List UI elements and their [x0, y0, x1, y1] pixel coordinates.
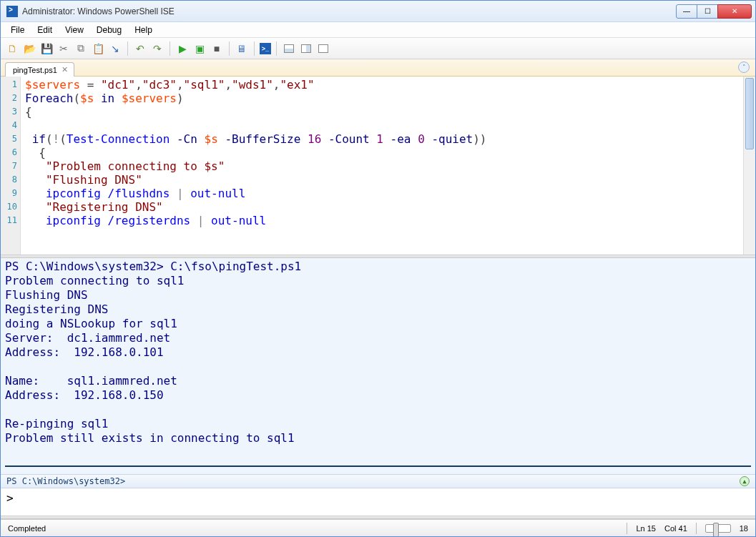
- menu-edit[interactable]: Edit: [31, 24, 58, 36]
- toolbar: 🗋 📂 💾 ✂ ⧉ 📋 ↘ ↶ ↷ ▶ ▣ ■ 🖥 >_: [1, 38, 755, 59]
- zoom-value: 18: [740, 524, 748, 533]
- tab-close-icon[interactable]: ✕: [62, 65, 68, 74]
- paste-icon[interactable]: 📋: [91, 41, 105, 56]
- undo-icon[interactable]: ↶: [133, 41, 147, 56]
- menu-view[interactable]: View: [59, 24, 89, 36]
- new-remote-icon[interactable]: 🖥: [235, 41, 249, 56]
- new-file-icon[interactable]: 🗋: [5, 41, 19, 56]
- command-input[interactable]: >: [1, 488, 755, 516]
- line-number: 10: [1, 200, 17, 214]
- toolbar-separator: [127, 41, 128, 56]
- tab-active[interactable]: pingTest.ps1 ✕: [5, 62, 74, 77]
- status-divider: [696, 523, 697, 534]
- toolbar-separator: [276, 41, 277, 56]
- command-prompt-path: PS C:\Windows\system32>: [6, 476, 125, 486]
- tab-label: pingTest.ps1: [13, 66, 57, 74]
- run-icon[interactable]: ▶: [175, 41, 190, 56]
- toolbar-separator: [170, 41, 170, 56]
- line-number: 11: [1, 214, 17, 227]
- toolbar-separator: [229, 41, 230, 56]
- editor-scrollbar[interactable]: [743, 77, 755, 255]
- expand-script-icon[interactable]: ˄: [738, 61, 750, 73]
- cut-icon[interactable]: ✂: [57, 41, 71, 56]
- toolbar-separator: [254, 41, 255, 56]
- script-editor[interactable]: 1 2 3 4 5 6 7 8 9 10 11 $servers = "dc1"…: [1, 77, 755, 255]
- scrollbar-thumb[interactable]: [745, 78, 754, 149]
- line-number: 8: [1, 173, 17, 187]
- title-bar: Administrator: Windows PowerShell ISE — …: [1, 1, 755, 22]
- line-number: 9: [1, 187, 17, 200]
- menu-help[interactable]: Help: [129, 24, 158, 36]
- layout-script-top-icon[interactable]: [282, 41, 296, 56]
- redo-icon[interactable]: ↷: [150, 41, 165, 56]
- save-file-icon[interactable]: 💾: [39, 41, 54, 56]
- output-rule: [5, 465, 751, 467]
- status-text: Completed: [8, 524, 46, 533]
- clear-icon[interactable]: ↘: [108, 41, 122, 56]
- line-number: 5: [1, 132, 17, 146]
- layout-side-icon[interactable]: [299, 41, 313, 56]
- output-pane[interactable]: PS C:\Windows\system32> C:\fso\pingTest.…: [1, 258, 755, 474]
- command-prompt-header: PS C:\Windows\system32> ▲: [1, 474, 755, 488]
- menu-bar: File Edit View Debug Help: [1, 22, 755, 38]
- app-icon: [6, 6, 18, 17]
- line-number: 6: [1, 146, 17, 159]
- line-number: 1: [1, 78, 17, 92]
- menu-file[interactable]: File: [5, 24, 30, 36]
- stop-icon[interactable]: ■: [210, 41, 224, 56]
- run-selection-icon[interactable]: ▣: [192, 41, 207, 56]
- line-number: 4: [1, 119, 17, 132]
- close-button[interactable]: ✕: [717, 4, 752, 19]
- menu-debug[interactable]: Debug: [91, 24, 127, 36]
- tab-strip: pingTest.ps1 ✕ ˄: [1, 59, 755, 77]
- maximize-button[interactable]: ☐: [697, 4, 718, 19]
- zoom-slider[interactable]: [705, 524, 731, 533]
- code-area[interactable]: $servers = "dc1","dc3","sql1","wds1","ex…: [21, 77, 755, 255]
- line-gutter: 1 2 3 4 5 6 7 8 9 10 11: [1, 77, 21, 255]
- line-number: 7: [1, 159, 17, 173]
- copy-icon[interactable]: ⧉: [74, 41, 88, 56]
- open-file-icon[interactable]: 📂: [22, 41, 36, 56]
- output-text: PS C:\Windows\system32> C:\fso\pingTest.…: [5, 260, 301, 445]
- line-number: 2: [1, 92, 17, 105]
- minimize-button[interactable]: —: [676, 4, 697, 19]
- status-divider: [627, 523, 627, 534]
- command-input-text: >: [6, 491, 14, 505]
- layout-max-icon[interactable]: [316, 41, 330, 56]
- status-col: Col 41: [664, 524, 687, 533]
- command-up-arrow-icon[interactable]: ▲: [740, 476, 750, 486]
- line-number: 3: [1, 105, 17, 119]
- status-bar: Completed Ln 15 Col 41 18: [1, 519, 755, 536]
- window-buttons: — ☐ ✕: [677, 4, 752, 19]
- powershell-icon[interactable]: >_: [260, 43, 271, 54]
- window-title: Administrator: Windows PowerShell ISE: [22, 6, 677, 16]
- status-line: Ln 15: [636, 524, 656, 533]
